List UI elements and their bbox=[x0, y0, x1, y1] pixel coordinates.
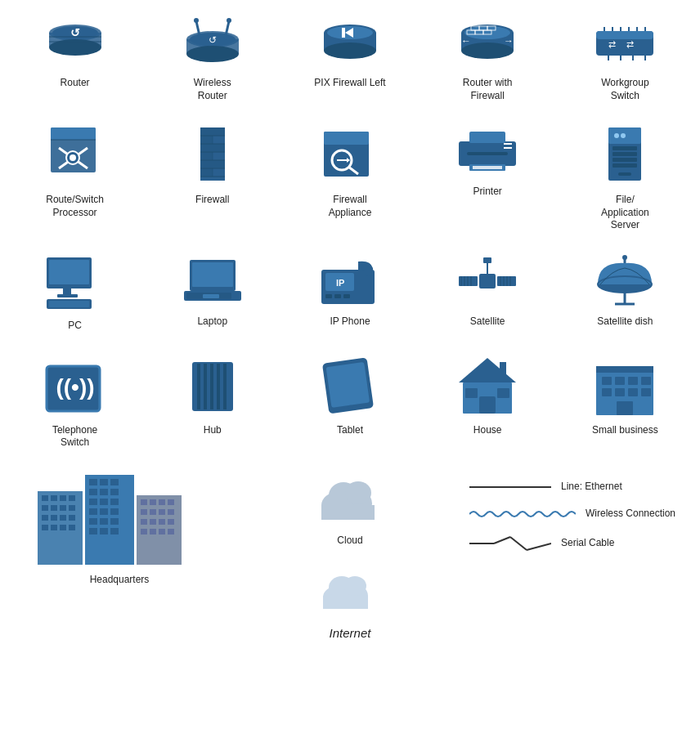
svg-rect-155 bbox=[641, 377, 651, 385]
svg-rect-62 bbox=[200, 160, 225, 168]
house-cell: House bbox=[421, 347, 554, 456]
svg-rect-164 bbox=[60, 495, 66, 501]
svg-rect-75 bbox=[324, 132, 369, 145]
svg-rect-181 bbox=[110, 479, 119, 485]
svg-rect-212 bbox=[159, 529, 165, 534]
svg-point-18 bbox=[324, 42, 376, 59]
svg-rect-162 bbox=[42, 495, 48, 501]
satellite-dish-label: Satellite dish bbox=[597, 315, 653, 329]
workgroup-switch-label: WorkgroupSwitch bbox=[601, 77, 648, 102]
satellite-dish-cell: Satellite dish bbox=[559, 247, 692, 339]
svg-rect-176 bbox=[60, 525, 66, 530]
telephone-switch-label: TelephoneSwitch bbox=[52, 424, 97, 450]
svg-rect-185 bbox=[89, 499, 97, 505]
svg-rect-187 bbox=[110, 499, 119, 505]
firewall-appliance-cell: FirewallAppliance bbox=[283, 117, 416, 239]
ethernet-label: Line: Ethernet bbox=[561, 481, 622, 494]
firewall-label: Firewall bbox=[195, 194, 229, 207]
svg-rect-174 bbox=[42, 525, 48, 530]
svg-rect-163 bbox=[51, 495, 57, 501]
svg-rect-189 bbox=[100, 508, 108, 515]
svg-rect-153 bbox=[615, 377, 625, 385]
headquarters-cell: Headquarters bbox=[8, 464, 231, 642]
svg-rect-182 bbox=[89, 489, 97, 495]
svg-rect-101 bbox=[49, 301, 89, 307]
svg-rect-205 bbox=[168, 509, 174, 515]
bottom-section: Headquarters Cloud Internet bbox=[8, 464, 692, 642]
router-label: Router bbox=[61, 77, 90, 90]
svg-rect-193 bbox=[110, 518, 119, 525]
telephone-switch-icon: ((•)) bbox=[43, 354, 108, 419]
firewall-cell: Firewall bbox=[146, 117, 279, 239]
svg-rect-84 bbox=[467, 152, 508, 155]
svg-rect-201 bbox=[168, 499, 174, 505]
svg-text:↺: ↺ bbox=[70, 26, 80, 39]
svg-rect-188 bbox=[89, 508, 97, 515]
svg-rect-158 bbox=[628, 388, 638, 396]
cloud-internet-section: Cloud Internet bbox=[239, 464, 461, 642]
pix-firewall-cell: PIX Firewall Left bbox=[283, 8, 416, 109]
internet-icon bbox=[309, 563, 391, 620]
svg-rect-99 bbox=[57, 294, 78, 297]
svg-line-227 bbox=[527, 543, 551, 550]
svg-rect-167 bbox=[51, 505, 57, 511]
svg-rect-97 bbox=[49, 260, 89, 284]
svg-rect-112 bbox=[343, 294, 350, 298]
headquarters-label: Headquarters bbox=[90, 574, 150, 587]
svg-rect-209 bbox=[168, 519, 174, 525]
route-switch-processor-label: Route/SwitchProcessor bbox=[46, 194, 104, 219]
wireless-router-icon: ↺ bbox=[180, 15, 245, 72]
svg-rect-173 bbox=[69, 515, 75, 521]
svg-rect-92 bbox=[612, 163, 637, 168]
small-business-icon bbox=[592, 354, 657, 419]
serial-legend: Serial Cable bbox=[469, 535, 692, 552]
svg-text:⇄: ⇄ bbox=[626, 39, 634, 49]
svg-marker-144 bbox=[459, 358, 516, 382]
svg-rect-49 bbox=[51, 127, 96, 140]
hub-label: Hub bbox=[204, 424, 222, 437]
svg-rect-91 bbox=[612, 158, 637, 162]
router-cell: ↺ Router bbox=[8, 8, 141, 109]
svg-text:((•)): ((•)) bbox=[56, 374, 94, 400]
svg-rect-152 bbox=[602, 377, 612, 385]
svg-point-13 bbox=[194, 18, 199, 23]
svg-rect-184 bbox=[110, 489, 119, 495]
row1: ↺ Router ↺ WirelessRouter bbox=[8, 8, 692, 109]
svg-rect-154 bbox=[628, 377, 638, 385]
wireless-router-cell: ↺ WirelessRouter bbox=[146, 8, 279, 109]
svg-rect-156 bbox=[602, 388, 612, 396]
wireless-router-label: WirelessRouter bbox=[194, 77, 231, 102]
house-icon bbox=[455, 354, 520, 419]
pc-icon bbox=[43, 253, 108, 315]
router-with-firewall-cell: → ← Router withFirewall bbox=[421, 8, 554, 109]
svg-rect-148 bbox=[497, 388, 509, 398]
workgroup-switch-cell: ⇄ ⇄ WorkgroupSwitch bbox=[559, 8, 692, 109]
svg-rect-207 bbox=[150, 519, 156, 525]
pc-cell: PC bbox=[8, 247, 141, 339]
svg-rect-198 bbox=[141, 499, 147, 505]
route-switch-processor-icon bbox=[43, 123, 108, 189]
svg-rect-103 bbox=[192, 262, 233, 287]
satellite-icon bbox=[455, 253, 520, 311]
svg-rect-169 bbox=[69, 505, 75, 511]
svg-point-94 bbox=[621, 133, 626, 138]
svg-rect-21 bbox=[342, 28, 345, 38]
printer-cell: Printer bbox=[421, 117, 554, 239]
cloud-cell: Cloud bbox=[309, 472, 391, 548]
svg-rect-159 bbox=[641, 388, 651, 396]
svg-rect-110 bbox=[325, 294, 332, 298]
satellite-label: Satellite bbox=[470, 315, 505, 329]
small-business-label: Small business bbox=[592, 424, 658, 437]
svg-rect-170 bbox=[42, 515, 48, 521]
serial-label: Serial Cable bbox=[561, 537, 614, 550]
house-label: House bbox=[473, 424, 502, 437]
svg-rect-194 bbox=[89, 528, 97, 534]
svg-rect-63 bbox=[200, 168, 213, 177]
ip-phone-cell: IP IP Phone bbox=[283, 247, 416, 339]
svg-rect-168 bbox=[60, 505, 66, 511]
svg-rect-125 bbox=[483, 257, 491, 263]
svg-point-9 bbox=[186, 46, 239, 62]
svg-rect-171 bbox=[51, 515, 57, 521]
svg-rect-157 bbox=[615, 388, 625, 396]
row3: PC Laptop IP IP bbox=[8, 247, 692, 339]
